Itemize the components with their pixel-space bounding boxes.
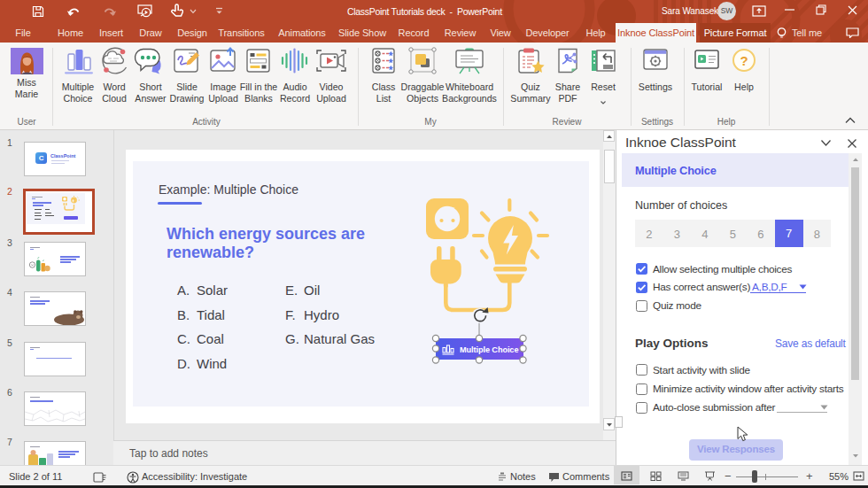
- svg-text:?: ?: [740, 53, 748, 68]
